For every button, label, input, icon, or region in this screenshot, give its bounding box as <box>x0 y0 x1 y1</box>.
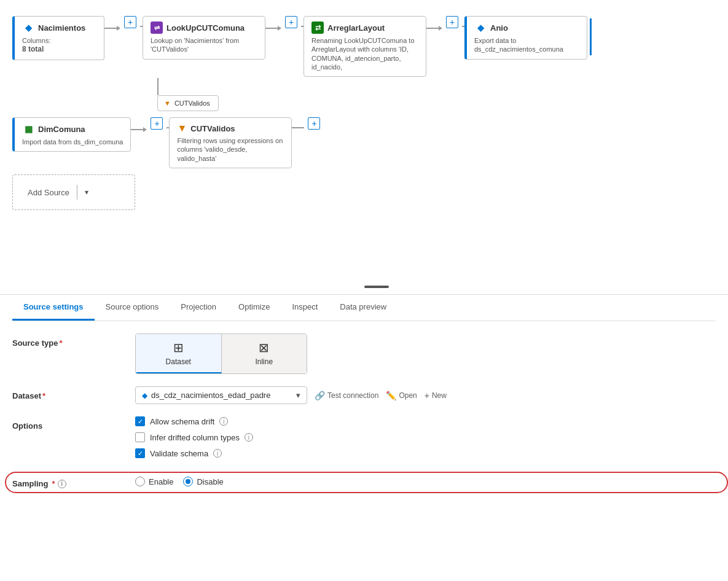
plus-after-lookup[interactable]: + <box>285 16 297 28</box>
options-label: Options <box>12 416 135 431</box>
plus-icon: + <box>425 391 429 400</box>
dataset-row-inner: ◆ ds_cdz_nacimientos_edad_padre ▾ 🔗 Test… <box>135 386 716 404</box>
options-row: Options ✓ Allow schema drift i Infer dri… <box>12 416 716 464</box>
sampling-enable-option[interactable]: Enable <box>135 477 173 486</box>
tab-source-options[interactable]: Source options <box>95 295 170 321</box>
sampling-label: Sampling* i <box>12 477 135 488</box>
node-cutvalidos[interactable]: ▼ CUTValidos Filtering rows using expres… <box>169 117 292 168</box>
cutvalidos-branch-label: CUTValidos <box>174 99 210 107</box>
rename-icon: ⇄ <box>311 21 324 34</box>
add-source-divider <box>77 185 77 200</box>
plus-after-cutvalidos[interactable]: + <box>308 117 320 130</box>
validate-schema-checkbox[interactable]: ✓ <box>135 448 145 458</box>
source-type-label: Source type* <box>12 333 135 348</box>
allow-schema-drift-label: Allow schema drift <box>150 417 214 426</box>
plus-after-arreglar[interactable]: + <box>446 16 458 28</box>
pencil-icon: ✏️ <box>386 391 396 400</box>
dataset-label: Dataset* <box>12 386 135 400</box>
sampling-info-icon[interactable]: i <box>58 480 66 488</box>
dataset-icon: ⊞ <box>173 340 184 355</box>
dataset-control: ◆ ds_cdz_nacimientos_edad_padre ▾ 🔗 Test… <box>135 386 716 404</box>
filter-icon-branch: ▼ <box>164 99 171 107</box>
diamond-icon-anio: ◆ <box>474 21 487 34</box>
settings-content: Source type* ⊞ Dataset ⊠ Inline Datase <box>12 321 716 513</box>
dropdown-chevron-icon: ▾ <box>296 391 300 400</box>
allow-schema-drift-info-icon[interactable]: i <box>219 417 228 426</box>
node-lookupcut[interactable]: ⇌ LookUpCUTComuna Lookup on 'Nacimientos… <box>143 16 265 60</box>
source-type-dataset-btn[interactable]: ⊞ Dataset <box>136 334 222 373</box>
sampling-disable-option[interactable]: Disable <box>183 477 223 486</box>
plus-after-nacimientos[interactable]: + <box>124 16 136 28</box>
settings-panel: Source settings Source options Projectio… <box>0 295 728 525</box>
lookupcut-label: LookUpCUTComuna <box>166 23 245 33</box>
sampling-disable-radio[interactable] <box>183 477 193 486</box>
dataset-diamond-icon: ◆ <box>142 391 147 400</box>
drag-handle[interactable] <box>364 286 389 288</box>
tab-source-settings[interactable]: Source settings <box>12 295 95 321</box>
node-nacimientos[interactable]: ◆ Nacimientos Columns: 8 total <box>12 16 104 60</box>
node-anio[interactable]: ◆ Anio Export data to ds_cdz_nacimientos… <box>464 16 587 60</box>
source-type-control: ⊞ Dataset ⊠ Inline <box>135 333 716 374</box>
open-link[interactable]: ✏️ Open <box>386 391 417 400</box>
inline-icon: ⊠ <box>259 340 269 355</box>
allow-schema-drift-row: ✓ Allow schema drift i <box>135 416 716 426</box>
arreglarlayout-label: ArreglarLayout <box>327 23 385 33</box>
sampling-enable-radio[interactable] <box>135 477 145 486</box>
dimcomuna-label: DimComuna <box>38 125 85 134</box>
required-star-dataset: * <box>42 391 45 400</box>
infer-drifted-checkbox[interactable] <box>135 432 145 442</box>
chevron-down-icon: ▾ <box>85 188 88 197</box>
source-type-row: Source type* ⊞ Dataset ⊠ Inline <box>12 333 716 374</box>
add-source-label: Add Source <box>28 188 69 197</box>
source-type-inline-btn[interactable]: ⊠ Inline <box>222 334 307 373</box>
dataset-row: Dataset* ◆ ds_cdz_nacimientos_edad_padre… <box>12 386 716 404</box>
tab-data-preview[interactable]: Data preview <box>329 295 397 321</box>
tab-optimize[interactable]: Optimize <box>227 295 281 321</box>
node-dimcomuna[interactable]: ▦ DimComuna Import data from ds_dim_comu… <box>12 117 131 152</box>
plus-after-dimcomuna[interactable]: + <box>151 117 163 130</box>
table-icon: ▦ <box>22 123 34 135</box>
cutvalidos-label: CUTValidos <box>190 124 235 133</box>
allow-schema-drift-checkbox[interactable]: ✓ <box>135 416 145 426</box>
filter-icon: ▼ <box>177 123 187 134</box>
infer-drifted-info-icon[interactable]: i <box>245 433 253 442</box>
required-star-sampling: * <box>52 479 55 488</box>
validate-schema-label: Validate schema <box>150 449 208 458</box>
tab-projection[interactable]: Projection <box>170 295 227 321</box>
lookup-icon: ⇌ <box>151 21 163 34</box>
sampling-control: Enable Disable <box>135 477 716 486</box>
nacimientos-label: Nacimientos <box>38 23 85 33</box>
test-connection-link[interactable]: 🔗 Test connection <box>315 391 378 400</box>
diamond-icon: ◆ <box>22 21 34 34</box>
node-arreglarlayout[interactable]: ⇄ ArreglarLayout Renaming LookUpCUTComun… <box>303 16 426 77</box>
sampling-radio-group: Enable Disable <box>135 477 716 486</box>
node-cutvalidos-branch[interactable]: ▼ CUTValidos <box>157 95 219 111</box>
infer-drifted-row: Infer drifted column types i <box>135 432 716 442</box>
source-type-buttons: ⊞ Dataset ⊠ Inline <box>135 333 307 374</box>
dataset-dropdown[interactable]: ◆ ds_cdz_nacimientos_edad_padre ▾ <box>135 386 307 404</box>
anio-label: Anio <box>490 23 508 33</box>
radio-selected-dot <box>186 479 190 484</box>
new-link[interactable]: + New <box>425 391 447 400</box>
pipeline-canvas: ◆ Nacimientos Columns: 8 total + ⇌ LookU… <box>0 0 728 295</box>
options-control: ✓ Allow schema drift i Infer drifted col… <box>135 416 716 464</box>
sampling-row: Sampling* i Enable Disable <box>12 477 716 488</box>
validate-schema-row: ✓ Validate schema i <box>135 448 716 458</box>
add-source-button[interactable]: Add Source ▾ <box>12 174 135 210</box>
link-icon: 🔗 <box>315 391 325 400</box>
infer-drifted-label: Infer drifted column types <box>150 433 240 442</box>
validate-schema-info-icon[interactable]: i <box>213 449 222 458</box>
tabs-bar: Source settings Source options Projectio… <box>12 295 716 321</box>
tab-inspect[interactable]: Inspect <box>281 295 329 321</box>
required-star: * <box>59 338 62 348</box>
